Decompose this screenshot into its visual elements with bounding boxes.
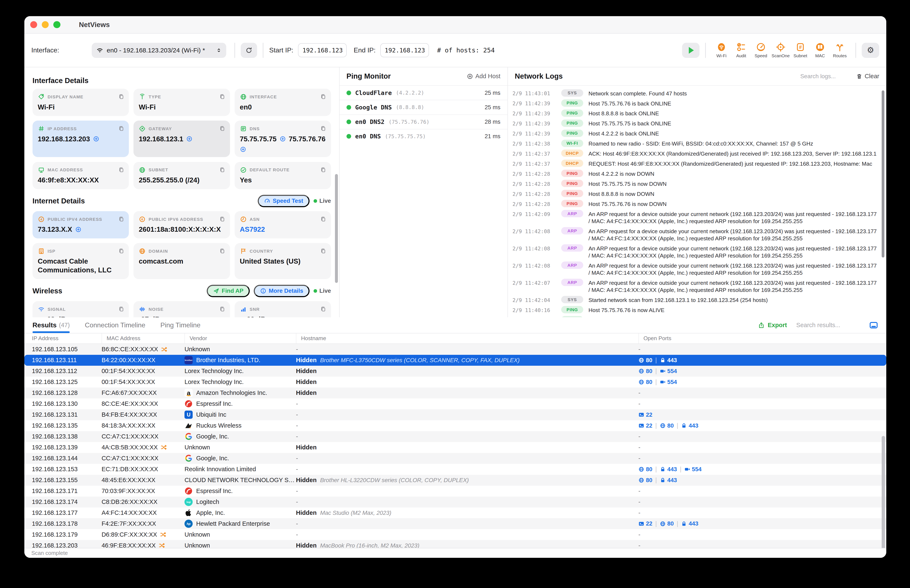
copy-button[interactable] bbox=[320, 306, 326, 312]
tab-ping-timeline[interactable]: Ping Timeline bbox=[160, 317, 201, 333]
copy-button[interactable] bbox=[219, 306, 225, 312]
copy-button[interactable] bbox=[320, 93, 326, 100]
port-chip[interactable]: 554 bbox=[660, 368, 677, 375]
tool-routes-button[interactable]: Routes bbox=[831, 42, 848, 58]
start-ip-input[interactable] bbox=[298, 43, 347, 57]
table-row[interactable]: 192.168.123.11200:1F:54:XX:XX:XXLorex Te… bbox=[24, 366, 886, 376]
table-row[interactable]: 192.168.123.177A4:FC:14:XX:XX:XXApple, I… bbox=[24, 507, 886, 519]
tool-speed-button[interactable]: Speed bbox=[752, 42, 769, 58]
ping-host-row[interactable]: en0 DNS2(75.75.76.76)28 ms bbox=[340, 115, 507, 129]
speed-test-button[interactable]: Speed Test bbox=[258, 195, 309, 207]
zoom-button[interactable] bbox=[53, 21, 60, 28]
copy-button[interactable] bbox=[219, 166, 225, 173]
column-header[interactable]: Hostname bbox=[296, 333, 638, 344]
port-chip[interactable]: 80 bbox=[660, 520, 674, 527]
copy-button[interactable] bbox=[320, 125, 326, 131]
column-header[interactable]: Vendor bbox=[185, 333, 296, 344]
plus-circle-icon[interactable] bbox=[240, 146, 246, 152]
table-row[interactable]: 192.168.123.111B4:22:00:XX:XX:XXbrotherB… bbox=[24, 355, 886, 366]
column-header[interactable]: IP Address bbox=[32, 333, 102, 344]
minimize-button[interactable] bbox=[42, 21, 49, 28]
close-button[interactable] bbox=[30, 21, 37, 28]
plus-circle-icon[interactable] bbox=[280, 136, 286, 142]
ping-host-row[interactable]: CloudFlare(4.2.2.2)25 ms bbox=[340, 86, 507, 100]
tool-wifi-button[interactable]: Wi-Fi bbox=[713, 42, 730, 58]
table-row[interactable]: 192.168.123.144CC:A7:C1:XX:XX:XXGoogle, … bbox=[24, 453, 886, 464]
plus-circle-icon[interactable] bbox=[93, 136, 99, 142]
copy-button[interactable] bbox=[118, 216, 124, 222]
table-row[interactable]: 192.168.123.131B4:FB:E4:XX:XX:XXUUbiquit… bbox=[24, 409, 886, 420]
add-host-button[interactable]: Add Host bbox=[467, 73, 500, 80]
copy-button[interactable] bbox=[118, 125, 124, 131]
table-row[interactable]: 192.168.123.20346:9F:E8:XX:XX:XXUnknownH… bbox=[24, 540, 886, 548]
port-chip[interactable]: 80 bbox=[638, 466, 653, 473]
port-chip[interactable]: 443 bbox=[660, 477, 677, 483]
copy-button[interactable] bbox=[320, 216, 326, 222]
copy-button[interactable] bbox=[118, 248, 124, 254]
port-chip[interactable]: 22 bbox=[638, 422, 653, 429]
tab-connection-timeline[interactable]: Connection Timeline bbox=[85, 317, 145, 333]
end-ip-input[interactable] bbox=[380, 43, 429, 57]
column-header[interactable]: Open Ports bbox=[638, 333, 886, 344]
copy-button[interactable] bbox=[118, 306, 124, 312]
table-row[interactable]: 192.168.123.128FC:A6:67:XX:XX:XXaAmazon … bbox=[24, 388, 886, 399]
copy-button[interactable] bbox=[118, 166, 124, 173]
display-mode-icon[interactable] bbox=[869, 321, 878, 330]
port-chip[interactable]: 443 bbox=[660, 357, 677, 363]
tool-audit-button[interactable]: Audit bbox=[732, 42, 750, 58]
settings-button[interactable]: ⚙ bbox=[862, 43, 879, 58]
copy-button[interactable] bbox=[219, 93, 225, 100]
copy-button[interactable] bbox=[118, 93, 124, 100]
port-chip[interactable]: 443 bbox=[660, 466, 677, 473]
port-chip[interactable]: 80 bbox=[638, 477, 653, 483]
table-scrollbar[interactable] bbox=[882, 436, 885, 548]
table-row[interactable]: 192.168.123.105B6:8C:CE:XX:XX:XXUnknown-… bbox=[24, 344, 886, 355]
ping-host-row[interactable]: en0 DNS(75.75.75.75)21 ms bbox=[340, 129, 507, 144]
clear-logs-button[interactable]: Clear bbox=[856, 73, 879, 80]
ping-host-row[interactable]: Google DNS(8.8.8.8)25 ms bbox=[340, 100, 507, 115]
start-scan-button[interactable] bbox=[682, 43, 700, 58]
interface-dropdown[interactable]: en0 - 192.168.123.203/24 (Wi-Fi) * bbox=[92, 43, 227, 58]
table-row[interactable]: 192.168.123.15548:45:E6:XX:XX:XXCLOUD NE… bbox=[24, 475, 886, 486]
port-chip[interactable]: 80 bbox=[638, 357, 653, 363]
tool-scanone-button[interactable]: ScanOne bbox=[772, 42, 789, 58]
copy-button[interactable] bbox=[219, 248, 225, 254]
table-row[interactable]: 192.168.123.13584:18:3A:XX:XX:XXRuckus W… bbox=[24, 420, 886, 431]
table-row[interactable]: 192.168.123.153EC:71:DB:XX:XX:XXReolink … bbox=[24, 464, 886, 475]
tab-results[interactable]: Results(47) bbox=[32, 317, 70, 333]
more-details-button[interactable]: More Details bbox=[254, 285, 309, 297]
table-row[interactable]: 192.168.123.138CC:A7:C1:XX:XX:XXGoogle, … bbox=[24, 431, 886, 442]
table-row[interactable]: 192.168.123.174C8:DB:26:XX:XX:XXlogiLogi… bbox=[24, 497, 886, 507]
find-ap-button[interactable]: Find AP bbox=[207, 285, 250, 297]
logs-search-input[interactable] bbox=[800, 73, 852, 80]
copy-button[interactable] bbox=[320, 248, 326, 254]
port-chip[interactable]: 22 bbox=[638, 412, 653, 418]
port-chip[interactable]: 443 bbox=[681, 520, 698, 527]
details-scrollbar[interactable] bbox=[335, 174, 338, 283]
port-chip[interactable]: 443 bbox=[681, 422, 698, 429]
port-chip[interactable]: 80 bbox=[660, 422, 674, 429]
table-row[interactable]: 192.168.123.1394A:CB:5B:XX:XX:XXUnknownH… bbox=[24, 442, 886, 453]
plus-circle-icon[interactable] bbox=[75, 226, 81, 233]
results-search-input[interactable] bbox=[796, 321, 860, 329]
tool-mac-button[interactable]: MAC bbox=[811, 42, 829, 58]
table-row[interactable]: 192.168.123.12500:1F:54:XX:XX:XXLorex Te… bbox=[24, 376, 886, 388]
port-chip[interactable]: 554 bbox=[684, 466, 701, 473]
refresh-button[interactable] bbox=[241, 43, 257, 58]
export-button[interactable]: Export bbox=[758, 321, 787, 329]
logs-scrollbar[interactable] bbox=[882, 90, 885, 257]
port-chip[interactable]: 80 bbox=[638, 379, 653, 385]
column-header[interactable]: MAC Address bbox=[102, 333, 185, 344]
plus-circle-icon[interactable] bbox=[186, 136, 193, 142]
table-row[interactable]: 192.168.123.178F4:2E:7F:XX:XX:XXhpHewlet… bbox=[24, 518, 886, 529]
copy-button[interactable] bbox=[219, 216, 225, 222]
port-chip[interactable]: 80 bbox=[638, 368, 653, 375]
port-chip[interactable]: 554 bbox=[660, 379, 677, 385]
copy-button[interactable] bbox=[219, 125, 225, 131]
table-row[interactable]: 192.168.123.179D6:89:CF:XX:XX:XXUnknown-… bbox=[24, 529, 886, 540]
table-row[interactable]: 192.168.123.1308C:CE:4E:XX:XX:XXEspressi… bbox=[24, 399, 886, 409]
tool-subnet-button[interactable]: #Subnet bbox=[792, 42, 809, 58]
port-chip[interactable]: 22 bbox=[638, 520, 653, 527]
table-row[interactable]: 192.168.123.17170:03:9F:XX:XX:XXEspressi… bbox=[24, 486, 886, 497]
copy-button[interactable] bbox=[320, 166, 326, 173]
